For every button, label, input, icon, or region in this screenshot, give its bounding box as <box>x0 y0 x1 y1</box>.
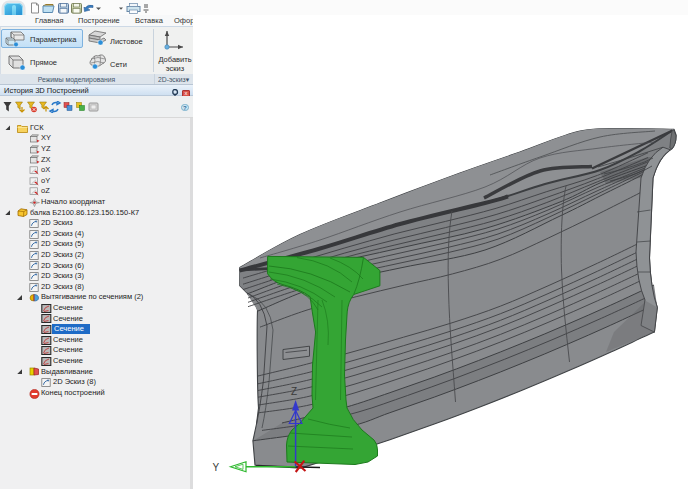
svg-text:Y: Y <box>213 462 220 473</box>
svg-text:Z: Z <box>291 386 297 397</box>
